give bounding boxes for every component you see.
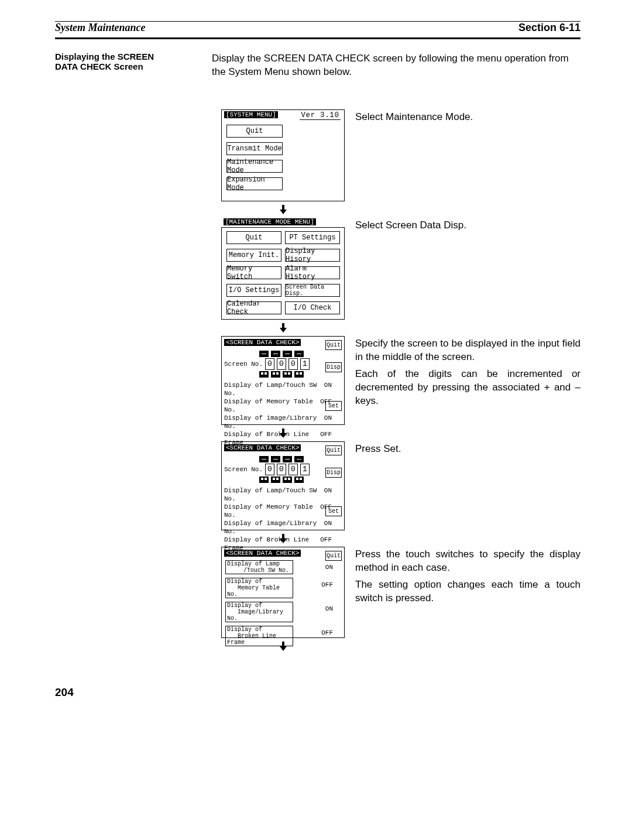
header-right: Section 6-11 [518,22,581,34]
option-row: Display of Lamp/Touch SW No.ON [224,381,332,397]
option-row: Display of Lamp/Touch SW No.ON [224,486,332,503]
digit-input[interactable]: 0 [277,358,286,370]
side-heading-line1: Displaying the SCREEN [55,52,154,61]
panel2-note: Select Screen Data Disp. [355,218,581,232]
screen-no-label: Screen No. [224,466,263,473]
digit-plus-button[interactable] [283,476,292,483]
touch-switch-broken-line[interactable]: Display ofBroken Line Frame [225,626,293,646]
maintenance-mode-panel: [MAINTENANCE MODE MENU] Quit PT Settings… [221,218,345,320]
touch-switch-image-library[interactable]: Display ofImage/Library No. [225,602,293,622]
down-arrow-icon [221,323,345,332]
touch-switch-row: Display of Lamp/Touch SW No. ON [224,560,333,574]
mm-memory-init[interactable]: Memory Init. [226,249,281,262]
mm-io-check[interactable]: I/O Check [285,301,340,314]
panel4-note: Press Set. [355,441,581,456]
digit-input[interactable]: 0 [265,358,274,370]
digit-minus-button[interactable] [271,456,280,462]
screen-data-check-panel-1: <SCREEN DATA CHECK> Quit Disp Set Screen… [221,336,345,425]
touch-switch-lamp[interactable]: Display of Lamp/Touch SW No. [225,560,293,574]
mm-pt-settings[interactable]: PT Settings [285,231,340,244]
touch-switch-row: Display ofImage/Library No. ON [224,602,333,622]
intro-text: Display the SCREEN DATA CHECK screen by … [212,52,581,79]
menu-item-maintenance-mode[interactable]: Maintenance Mode [226,160,283,173]
digit-plus-button[interactable] [259,476,269,483]
sdc-quit-button[interactable]: Quit [325,551,342,561]
panel3-note1: Specify the screen to be displayed in th… [355,337,581,364]
sdc-disp-button[interactable]: Disp [325,468,342,478]
digit-minus-button[interactable] [283,351,292,357]
option-row: Display of Memory Table No.OFF [224,397,332,414]
menu-item-quit[interactable]: Quit [226,125,283,138]
down-arrow-icon [221,205,345,214]
header-left: System Maintenance [55,22,146,34]
option-value: ON [325,602,333,622]
option-row: Display of Memory Table No.OFF [224,503,332,519]
touch-switch-row: Display ofBroken Line Frame OFF [224,626,333,646]
panel3-notes: Specify the screen to be displayed in th… [355,336,581,408]
mm-calendar-check[interactable]: Calendar Check [226,301,281,314]
running-header: System Maintenance Section 6-11 [55,21,581,36]
side-heading-line2: DATA CHECK Screen [55,61,143,71]
mm-quit[interactable]: Quit [226,231,281,244]
digit-minus-button[interactable] [259,456,269,462]
menu-item-transmit-mode[interactable]: Transmit Mode [226,142,283,155]
digit-minus-button[interactable] [259,351,269,357]
screen-data-check-panel-2: <SCREEN DATA CHECK> Quit Disp Set Screen… [221,441,345,530]
digit-minus-button[interactable] [294,351,304,357]
option-row: Display of image/Library No.ON [224,519,332,536]
digit-input[interactable]: 1 [300,464,310,475]
panel5-notes: Press the touch switches to specify the … [355,547,581,605]
digit-input[interactable]: 0 [265,464,274,475]
option-value: ON [325,560,333,574]
mm-alarm-history[interactable]: Alarm History [285,266,340,279]
mm-memory-switch[interactable]: Memory Switch [226,266,281,279]
mm-display-history[interactable]: Display Hisory [285,249,340,262]
system-menu-version: Ver 3.10 [300,111,341,120]
digit-input[interactable]: 0 [277,464,286,475]
menu-item-expansion-mode[interactable]: Expansion Mode [226,177,283,190]
digit-input[interactable]: 0 [288,358,298,370]
sdc-quit-button[interactable]: Quit [325,340,342,350]
panel5-note2: The setting option changes each time a t… [355,578,581,605]
digit-plus-button[interactable] [271,371,280,378]
option-row: Display of image/Library No.ON [224,414,332,430]
digit-plus-button[interactable] [294,476,304,483]
digit-plus-button[interactable] [259,371,269,378]
mm-screen-data-disp[interactable]: Screen Data Disp. [285,284,340,297]
digit-plus-button[interactable] [283,371,292,378]
digit-minus-button[interactable] [271,351,280,357]
screen-data-check-panel-3: <SCREEN DATA CHECK> Quit Display of Lamp… [221,547,345,638]
page-number: 204 [55,686,581,699]
digit-minus-button[interactable] [294,456,304,462]
option-value: OFF [321,578,333,598]
touch-switch-memory-table[interactable]: Display ofMemory Table No. [225,578,293,598]
side-heading: Displaying the SCREEN DATA CHECK Screen [55,52,184,71]
digit-plus-button[interactable] [294,371,304,378]
header-rule [55,37,581,39]
panel1-note: Select Maintenance Mode. [355,109,581,124]
system-menu-title: [SYSTEM MENU] [224,111,278,118]
digit-input[interactable]: 0 [288,464,298,475]
digit-minus-button[interactable] [283,456,292,462]
system-menu-panel: [SYSTEM MENU] Ver 3.10 Quit Transmit Mod… [221,109,345,201]
sdc-set-button[interactable]: Set [325,506,342,516]
screen-no-label: Screen No. [224,361,263,368]
sdc-set-button[interactable]: Set [325,401,342,411]
option-value: OFF [321,626,333,646]
maintenance-mode-title: [MAINTENANCE MODE MENU] [224,218,316,225]
sdc-title: <SCREEN DATA CHECK> [224,444,301,451]
sdc-title: <SCREEN DATA CHECK> [224,550,301,557]
panel5-note1: Press the touch switches to specify the … [355,548,581,575]
touch-switch-row: Display ofMemory Table No. OFF [224,578,333,598]
digit-input[interactable]: 1 [300,358,310,370]
sdc-disp-button[interactable]: Disp [325,362,342,372]
sdc-title: <SCREEN DATA CHECK> [224,339,301,346]
mm-io-settings[interactable]: I/O Settings [226,284,281,297]
digit-plus-button[interactable] [271,476,280,483]
panel3-note2: Each of the digits can be incremented or… [355,368,581,408]
sdc-quit-button[interactable]: Quit [325,445,342,455]
